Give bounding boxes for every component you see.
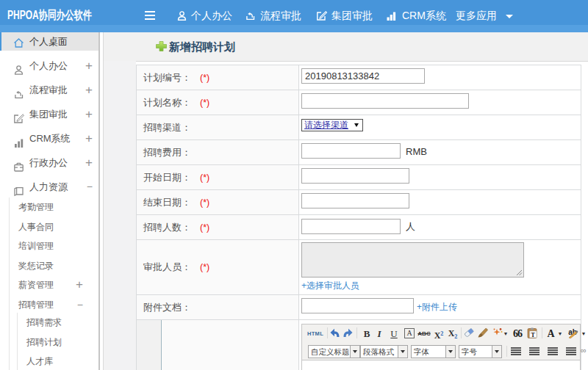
svg-text:T: T xyxy=(531,331,535,338)
